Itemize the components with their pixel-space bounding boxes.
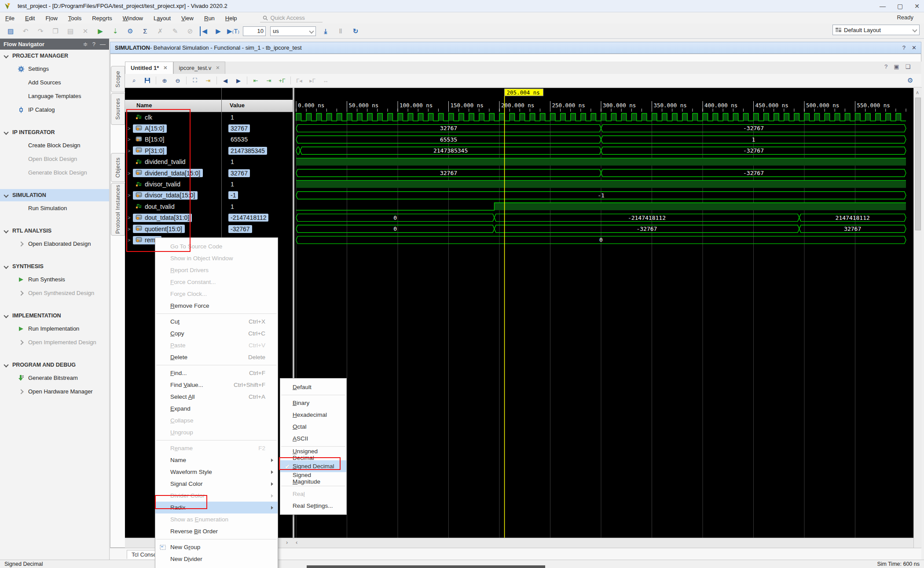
- signal-row-value[interactable]: 1: [223, 157, 293, 167]
- zoom-fit-icon[interactable]: ⛶: [189, 76, 201, 85]
- flow-section-implementation[interactable]: IMPLEMENTATION: [0, 309, 109, 322]
- waveform-canvas[interactable]: 0.000 ns50.000 ns100.000 ns150.000 ns200…: [294, 88, 913, 538]
- relaunch-icon[interactable]: ↻: [350, 26, 361, 36]
- side-tab-protocol-instances[interactable]: Protocol Instances: [111, 183, 125, 236]
- goto-left-edge-icon[interactable]: Γ◂: [293, 76, 305, 85]
- signal-row-value[interactable]: 32767: [223, 123, 293, 134]
- add-cursor-icon[interactable]: +Γ: [276, 76, 288, 85]
- menu-item-find-value-[interactable]: Find Value...Ctrl+Shift+F: [155, 379, 278, 391]
- flow-item-settings[interactable]: Settings: [0, 62, 109, 76]
- paste-icon[interactable]: ▤: [65, 26, 76, 36]
- menu-tools[interactable]: Tools: [63, 14, 87, 23]
- menu-item-signal-color[interactable]: Signal Color: [155, 478, 278, 490]
- menu-item-reverse-bit-order[interactable]: Reverse Bit Order: [155, 525, 278, 537]
- clear-icon[interactable]: ⊘: [185, 26, 195, 36]
- menu-item-ascii[interactable]: ASCII: [280, 433, 346, 444]
- run-time-field[interactable]: 10: [243, 26, 266, 36]
- menu-item-octal[interactable]: Octal: [280, 421, 346, 433]
- wave-settings-gear-icon[interactable]: ⚙: [907, 76, 914, 84]
- menu-view[interactable]: View: [176, 14, 199, 23]
- menu-item-new-virtual-bus[interactable]: New Virtual Bus: [155, 565, 278, 568]
- float-panel-icon[interactable]: ▣: [894, 63, 899, 70]
- flow-item-open-implemented-design[interactable]: Open Implemented Design: [0, 335, 109, 349]
- menu-flow[interactable]: Flow: [40, 14, 62, 23]
- fit-selection-icon[interactable]: ↔: [320, 76, 331, 85]
- collapse-all-icon[interactable]: ≑: [83, 41, 88, 47]
- menu-item-show-as-enumeration[interactable]: Show as Enumeration: [155, 513, 278, 525]
- zoom-to-cursor-icon[interactable]: ⇥: [202, 76, 214, 85]
- edit-icon[interactable]: ✎: [170, 26, 180, 36]
- tab-ipcore-test-v[interactable]: ipcore_test.v✕: [173, 62, 226, 74]
- menu-run[interactable]: Run: [199, 14, 220, 23]
- help-icon[interactable]: ?: [92, 41, 95, 47]
- flow-item-generate-block-design[interactable]: Generate Block Design: [0, 166, 109, 179]
- help-icon[interactable]: ?: [902, 44, 906, 51]
- menu-item-real[interactable]: Real: [280, 488, 346, 500]
- signal-row-value[interactable]: 32767: [223, 167, 293, 178]
- flow-item-create-block-design[interactable]: Create Block Design: [0, 138, 109, 152]
- reports-sigma-icon[interactable]: Σ: [140, 26, 150, 36]
- time-unit-select[interactable]: us: [270, 26, 316, 36]
- menu-layout[interactable]: Layout: [148, 14, 176, 23]
- menu-item-new-divider[interactable]: New Divider: [155, 553, 278, 565]
- prev-transition-icon[interactable]: ◀: [220, 76, 231, 85]
- wave-vertical-scrollbar[interactable]: ∧: [913, 88, 922, 548]
- goto-right-edge-icon[interactable]: ▸Γ: [307, 76, 318, 85]
- menu-item-copy[interactable]: CopyCtrl+C: [155, 328, 278, 339]
- layout-selector[interactable]: Default Layout: [832, 25, 920, 35]
- redo-icon[interactable]: ↷: [35, 26, 46, 36]
- menu-item-default[interactable]: Default: [280, 381, 346, 393]
- run-all-icon[interactable]: ▶: [213, 26, 224, 36]
- bottom-scrollbar-thumb[interactable]: [307, 565, 545, 568]
- scroll-left-icon[interactable]: ‹: [296, 539, 297, 546]
- minimize-button[interactable]: —: [880, 3, 886, 10]
- menu-file[interactable]: File: [0, 14, 20, 23]
- settings-gear-icon[interactable]: ⚙: [125, 26, 136, 36]
- signal-row-value[interactable]: 1: [223, 112, 293, 123]
- menu-item-real-settings-[interactable]: Real Settings...: [280, 500, 346, 512]
- flow-item-run-implementation[interactable]: Run Implementation: [0, 322, 109, 335]
- close-tab-icon[interactable]: ✕: [163, 65, 167, 71]
- save-icon[interactable]: [142, 76, 153, 85]
- menu-item-force-constant-[interactable]: Force Constant...: [155, 276, 278, 288]
- menu-item-show-in-object-window[interactable]: Show in Object Window: [155, 252, 278, 264]
- flow-item-run-simulation[interactable]: Run Simulation: [0, 201, 109, 215]
- flow-section-project-manager[interactable]: PROJECT MANAGER: [0, 50, 109, 62]
- signal-row-value[interactable]: 65535: [223, 134, 293, 145]
- flow-section-simulation[interactable]: SIMULATION: [0, 189, 109, 201]
- tab-untitled-1-[interactable]: Untitled 1*✕: [125, 62, 173, 74]
- scroll-right-icon[interactable]: ›: [286, 539, 288, 546]
- zoom-out-icon[interactable]: ⊖: [172, 76, 183, 85]
- menu-item-rename[interactable]: RenameF2: [155, 442, 278, 454]
- minimize-panel-icon[interactable]: —: [100, 41, 106, 47]
- menu-item-remove-force[interactable]: Remove Force: [155, 300, 278, 312]
- menu-help[interactable]: Help: [220, 14, 242, 23]
- menu-window[interactable]: Window: [117, 14, 148, 23]
- maximize-button[interactable]: ▢: [897, 3, 903, 10]
- signal-row-value[interactable]: -2147418112: [223, 212, 293, 223]
- menu-item-cut[interactable]: CutCtrl+X: [155, 316, 278, 328]
- maximize-panel-icon[interactable]: ❏: [906, 63, 911, 70]
- flow-item-language-templates[interactable]: Language Templates: [0, 89, 109, 103]
- flow-item-open-block-design[interactable]: Open Block Design: [0, 152, 109, 166]
- flow-item-run-synthesis[interactable]: Run Synthesis: [0, 273, 109, 286]
- run-for-time-icon[interactable]: ▶₍T₎: [228, 26, 238, 36]
- menu-item-hexadecimal[interactable]: Hexadecimal: [280, 409, 346, 421]
- delete-icon[interactable]: ✕: [80, 26, 91, 36]
- menu-edit[interactable]: Edit: [20, 14, 40, 23]
- flow-item-open-synthesized-design[interactable]: Open Synthesized Design: [0, 286, 109, 300]
- add-marker-icon[interactable]: ⇤: [250, 76, 261, 85]
- signal-row-value[interactable]: 2147385345: [223, 145, 293, 156]
- flow-section-ip-integrator[interactable]: IP INTEGRATOR: [0, 126, 109, 138]
- copy-icon[interactable]: ❐: [50, 26, 61, 36]
- open-project-icon[interactable]: ▨: [5, 26, 16, 36]
- menu-item-select-all[interactable]: Select AllCtrl+A: [155, 391, 278, 403]
- menu-item-name[interactable]: Name: [155, 454, 278, 466]
- flow-item-add-sources[interactable]: Add Sources: [0, 76, 109, 89]
- menu-item-force-clock-[interactable]: Force Clock...: [155, 288, 278, 300]
- next-transition-icon[interactable]: ▶: [233, 76, 244, 85]
- menu-item-binary[interactable]: Binary: [280, 397, 346, 409]
- signal-row-value[interactable]: 1: [223, 201, 293, 212]
- flow-section-program-and-debug[interactable]: PROGRAM AND DEBUG: [0, 359, 109, 371]
- side-tab-objects[interactable]: Objects: [111, 153, 125, 182]
